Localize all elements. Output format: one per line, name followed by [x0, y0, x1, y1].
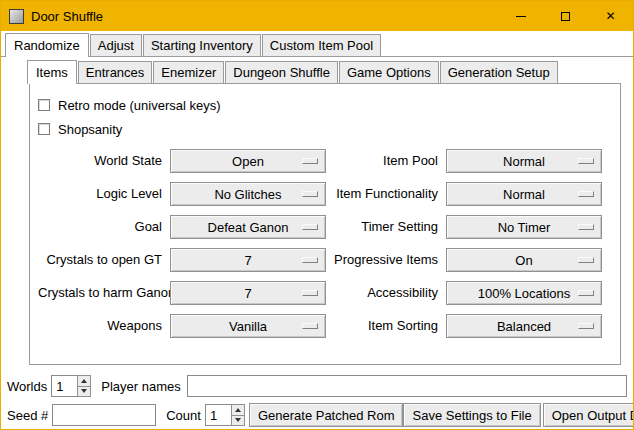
tab-enemizer[interactable]: Enemizer [153, 61, 224, 83]
dropdown-indicator-icon [302, 158, 318, 164]
player-names-input[interactable] [187, 375, 627, 397]
spin-up-button[interactable] [77, 375, 91, 387]
weapons-dropdown[interactable]: Vanilla [170, 314, 326, 338]
dropdown-indicator-icon [302, 257, 318, 263]
dropdown-indicator-icon [578, 158, 594, 164]
worlds-spinner [51, 375, 91, 397]
tab-dungeon-shuffle[interactable]: Dungeon Shuffle [225, 61, 338, 83]
arrow-down-icon [81, 389, 87, 393]
arrow-down-icon [235, 418, 241, 422]
goal-label: Goal [38, 216, 162, 238]
player-names-label: Player names [101, 379, 180, 394]
dropdown-indicator-icon [578, 224, 594, 230]
item-sorting-dropdown[interactable]: Balanced [446, 314, 602, 338]
item-pool-value: Normal [503, 154, 545, 169]
dropdown-indicator-icon [578, 191, 594, 197]
timer-setting-dropdown[interactable]: No Timer [446, 215, 602, 239]
item-pool-dropdown[interactable]: Normal [446, 149, 602, 173]
minimize-button[interactable] [498, 1, 543, 31]
tab-game-options[interactable]: Game Options [339, 61, 439, 83]
logic-level-value: No Glitches [214, 187, 281, 202]
world-state-value: Open [232, 154, 264, 169]
randomize-pane: Items Entrances Enemizer Dungeon Shuffle… [1, 56, 633, 429]
tab-items[interactable]: Items [27, 60, 77, 84]
dropdown-indicator-icon [302, 290, 318, 296]
app-icon [9, 9, 24, 24]
item-sorting-value: Balanced [497, 319, 551, 334]
options-grid: World State Open Item Pool Normal Logic … [38, 149, 620, 338]
spin-down-button[interactable] [77, 387, 91, 398]
maximize-icon [561, 12, 570, 21]
crystals-gt-value: 7 [244, 253, 251, 268]
spin-up-button[interactable] [231, 404, 245, 416]
checkbox-label: Shopsanity [58, 122, 122, 137]
shopsanity-checkbox[interactable]: Shopsanity [38, 117, 620, 141]
worlds-row: Worlds Player names [7, 374, 627, 398]
inner-tabbar: Items Entrances Enemizer Dungeon Shuffle… [1, 57, 633, 83]
world-state-dropdown[interactable]: Open [170, 149, 326, 173]
generate-patched-rom-button[interactable]: Generate Patched Rom [249, 403, 404, 427]
worlds-label: Worlds [7, 379, 47, 394]
tab-entrances[interactable]: Entrances [78, 61, 153, 83]
dropdown-indicator-icon [578, 257, 594, 263]
arrow-up-icon [235, 408, 241, 412]
count-input[interactable] [205, 404, 231, 426]
progressive-items-dropdown[interactable]: On [446, 248, 602, 272]
count-spinner [205, 404, 245, 426]
weapons-value: Vanilla [229, 319, 267, 334]
dropdown-indicator-icon [578, 290, 594, 296]
titlebar: Door Shuffle ✕ [1, 1, 633, 31]
crystals-ganon-label: Crystals to harm Ganon [38, 282, 162, 304]
tab-starting-inventory[interactable]: Starting Inventory [143, 34, 261, 56]
checkbox-label: Retro mode (universal keys) [58, 98, 221, 113]
count-label: Count [166, 408, 201, 423]
spin-down-button[interactable] [231, 416, 245, 427]
tab-randomize[interactable]: Randomize [5, 33, 89, 57]
checkbox-box [38, 123, 50, 135]
item-functionality-dropdown[interactable]: Normal [446, 182, 602, 206]
progressive-items-value: On [515, 253, 532, 268]
bottom-controls: Worlds Player names Seed # Count [1, 365, 633, 427]
open-output-directory-button[interactable]: Open Output Directory [543, 403, 634, 427]
crystals-gt-dropdown[interactable]: 7 [170, 248, 326, 272]
maximize-button[interactable] [543, 1, 588, 31]
crystals-ganon-value: 7 [244, 286, 251, 301]
crystals-gt-label: Crystals to open GT [38, 249, 162, 271]
goal-dropdown[interactable]: Defeat Ganon [170, 215, 326, 239]
item-sorting-label: Item Sorting [334, 315, 438, 337]
count-spin-arrows [231, 404, 245, 426]
save-settings-button[interactable]: Save Settings to File [403, 403, 540, 427]
accessibility-label: Accessibility [334, 282, 438, 304]
items-pane: Retro mode (universal keys) Shopsanity W… [29, 83, 621, 365]
close-button[interactable]: ✕ [588, 1, 633, 31]
seed-input[interactable] [52, 404, 156, 426]
tab-custom-item-pool[interactable]: Custom Item Pool [262, 34, 381, 56]
retro-mode-checkbox[interactable]: Retro mode (universal keys) [38, 93, 620, 117]
dropdown-indicator-icon [302, 323, 318, 329]
window-title: Door Shuffle [31, 9, 103, 24]
crystals-ganon-dropdown[interactable]: 7 [170, 281, 326, 305]
world-state-label: World State [38, 150, 162, 172]
door-shuffle-window: Door Shuffle ✕ Randomize Adjust Starting… [0, 0, 634, 430]
timer-setting-label: Timer Setting [334, 216, 438, 238]
weapons-label: Weapons [38, 315, 162, 337]
item-functionality-value: Normal [503, 187, 545, 202]
seed-label: Seed # [7, 408, 48, 423]
logic-level-dropdown[interactable]: No Glitches [170, 182, 326, 206]
outer-tabbar: Randomize Adjust Starting Inventory Cust… [1, 31, 633, 56]
worlds-input[interactable] [51, 375, 77, 397]
logic-level-label: Logic Level [38, 183, 162, 205]
timer-setting-value: No Timer [498, 220, 551, 235]
tab-generation-setup[interactable]: Generation Setup [440, 61, 558, 83]
minimize-icon [516, 16, 526, 17]
close-icon: ✕ [605, 10, 615, 22]
accessibility-dropdown[interactable]: 100% Locations [446, 281, 602, 305]
arrow-up-icon [81, 379, 87, 383]
seed-row: Seed # Count Generate Patched Rom Save S… [7, 403, 627, 427]
progressive-items-label: Progressive Items [334, 249, 438, 271]
worlds-spin-arrows [77, 375, 91, 397]
dropdown-indicator-icon [578, 323, 594, 329]
dropdown-indicator-icon [302, 224, 318, 230]
checkbox-box [38, 99, 50, 111]
tab-adjust[interactable]: Adjust [90, 34, 142, 56]
